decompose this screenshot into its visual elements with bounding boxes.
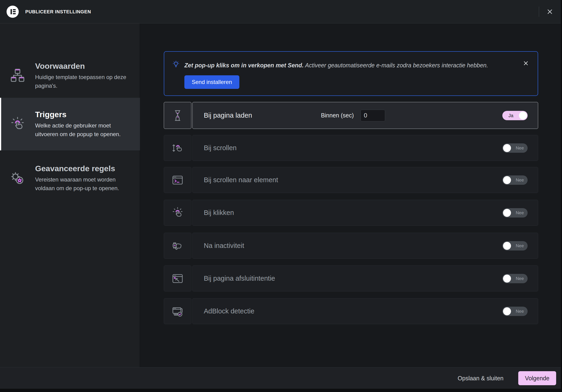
toggle-switch[interactable]: Nee — [502, 175, 527, 185]
sidebar-item-description: Vereisten waaraan moet worden voldaan om… — [35, 175, 129, 193]
banner-message-rest: Activeer geautomatiseerde e-mails zodra … — [305, 62, 488, 69]
trigger-label: Bij scrollen naar element — [204, 176, 278, 184]
sidebar-item-title: Voorwaarden — [35, 61, 129, 71]
trigger-label: Na inactiviteit — [204, 242, 244, 250]
toggle-label: Nee — [516, 243, 524, 248]
sidebar-item-description: Huidige template toepassen op deze pagin… — [35, 73, 129, 90]
trigger-label: Bij pagina laden — [204, 112, 252, 119]
selected-indicator — [0, 54, 1, 98]
banner-close-icon[interactable] — [521, 59, 530, 68]
toggle-label: Nee — [516, 177, 524, 183]
adblock-windows-icon — [171, 305, 184, 318]
delay-input-label: Binnen (sec) — [321, 112, 354, 119]
toggle-switch[interactable]: Nee — [502, 208, 527, 218]
trigger-row: Na inactiviteit Nee — [164, 233, 538, 259]
toggle-label: Nee — [516, 146, 524, 151]
sidebar-item-title: Geavanceerde regels — [35, 164, 129, 173]
toggle-knob — [503, 275, 511, 283]
watch-hand-icon — [171, 239, 184, 252]
trigger-row-body: Bij scrollen naar element Nee — [192, 167, 538, 193]
toggle-switch[interactable]: Nee — [502, 241, 527, 251]
footer-bar: Opslaan & sluiten Volgende — [0, 367, 562, 389]
sitemap-icon — [0, 66, 35, 86]
trigger-icon-cell — [164, 200, 191, 226]
lightbulb-icon — [172, 61, 180, 69]
trigger-label: Bij pagina afsluitintentie — [204, 275, 275, 282]
trigger-row-body: Na inactiviteit Nee — [192, 233, 538, 259]
trigger-icon-cell — [164, 135, 191, 161]
trigger-label: Bij scrollen — [204, 144, 236, 152]
trigger-icon-cell — [164, 167, 191, 193]
trigger-row-body: Bij pagina laden Binnen (sec) Ja — [192, 102, 538, 129]
hourglass-icon — [171, 109, 184, 122]
toggle-label: Ja — [508, 113, 513, 118]
settings-sidebar: Voorwaarden Huidige template toepassen o… — [0, 23, 140, 367]
toggle-knob — [503, 176, 511, 184]
trigger-row: Bij klikken Nee — [164, 200, 538, 226]
triggers-panel: Zet pop-up kliks om in verkopen met Send… — [140, 23, 562, 367]
trigger-row: Bij pagina afsluitintentie Nee — [164, 265, 538, 291]
titlebar: PUBLICEER INSTELLINGEN — [0, 0, 562, 23]
toggle-label: Nee — [516, 210, 524, 215]
banner-message: Zet pop-up kliks om in verkopen met Send… — [184, 62, 488, 69]
trigger-icon-cell — [164, 233, 191, 259]
toggle-switch[interactable]: Nee — [502, 274, 527, 283]
toggle-knob — [503, 144, 511, 152]
titlebar-divider — [539, 7, 539, 17]
selected-indicator — [0, 98, 1, 150]
trigger-row-body: Bij klikken Nee — [192, 200, 538, 226]
toggle-label: Nee — [516, 309, 524, 314]
scroll-hand-icon — [171, 141, 184, 155]
terminal-window-icon — [171, 173, 184, 187]
trigger-icon-cell — [164, 102, 191, 129]
toggle-switch[interactable]: Nee — [502, 143, 527, 153]
toggle-knob — [503, 209, 511, 217]
exit-window-icon — [171, 272, 184, 285]
close-icon[interactable] — [545, 7, 554, 16]
send-promo-banner: Zet pop-up kliks om in verkopen met Send… — [164, 51, 538, 96]
tap-hand-icon — [171, 206, 184, 219]
toggle-label: Nee — [516, 276, 524, 281]
trigger-icon-cell — [164, 298, 191, 324]
trigger-row-body: AdBlock detectie Nee — [192, 298, 538, 324]
sidebar-item-voorwaarden[interactable]: Voorwaarden Huidige template toepassen o… — [0, 54, 140, 98]
gear-star-icon — [0, 168, 35, 188]
trigger-row: Bij scrollen naar element Nee — [164, 167, 538, 193]
page-title: PUBLICEER INSTELLINGEN — [25, 0, 91, 23]
sidebar-item-title: Triggers — [35, 110, 129, 119]
toggle-switch[interactable]: Nee — [502, 307, 527, 316]
delay-input-group: Binnen (sec) — [321, 110, 385, 121]
toggle-knob — [503, 242, 511, 250]
toggle-knob — [503, 307, 511, 315]
sidebar-item-geavanceerde-regels[interactable]: Geavanceerde regels Vereisten waaraan mo… — [0, 150, 140, 206]
elementor-logo-icon — [7, 6, 19, 18]
save-close-button[interactable]: Opslaan & sluiten — [458, 368, 503, 389]
toggle-knob — [519, 112, 527, 119]
banner-message-lead: Zet pop-up kliks om in verkopen met Send… — [184, 62, 304, 69]
trigger-row-body: Bij pagina afsluitintentie Nee — [192, 265, 538, 291]
seconds-input[interactable] — [361, 110, 385, 121]
next-button[interactable]: Volgende — [518, 371, 556, 385]
trigger-icon-cell — [164, 265, 191, 291]
tap-hand-icon — [0, 114, 35, 134]
trigger-label: AdBlock detectie — [204, 307, 254, 315]
screen-right-edge — [561, 0, 562, 392]
trigger-row: Bij scrollen Nee — [164, 135, 538, 161]
send-install-button[interactable]: Send installeren — [184, 75, 239, 89]
trigger-row-body: Bij scrollen Nee — [192, 135, 538, 161]
toggle-switch[interactable]: Ja — [502, 111, 527, 120]
trigger-row: Bij pagina laden Binnen (sec) Ja — [164, 102, 538, 129]
trigger-label: Bij klikken — [204, 209, 234, 217]
screen-bottom-edge — [0, 389, 562, 392]
selected-indicator — [0, 150, 1, 206]
sidebar-item-triggers[interactable]: Triggers Welke actie de gebruiker moet u… — [0, 98, 140, 150]
trigger-row: AdBlock detectie Nee — [164, 298, 538, 324]
sidebar-item-description: Welke actie de gebruiker moet uitvoeren … — [35, 121, 129, 138]
